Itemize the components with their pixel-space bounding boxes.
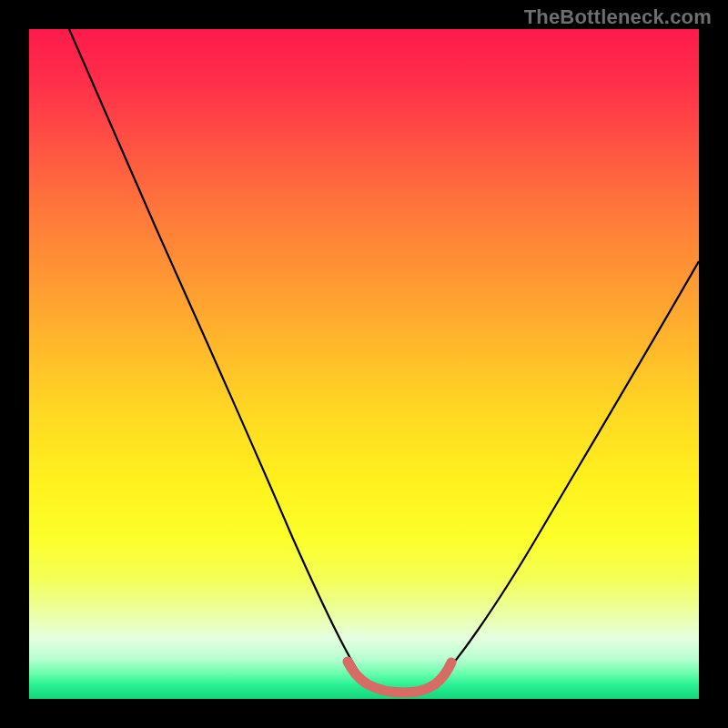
optimal-range-marker-path: [348, 662, 451, 693]
curve-path: [69, 29, 699, 690]
plot-area: [29, 29, 699, 699]
chart-frame: TheBottleneck.com: [0, 0, 728, 728]
watermark-text: TheBottleneck.com: [524, 5, 712, 29]
bottleneck-curve: [29, 29, 699, 699]
